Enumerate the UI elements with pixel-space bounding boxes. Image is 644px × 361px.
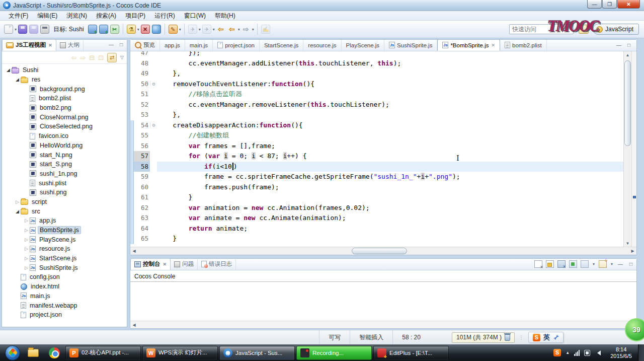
code-text[interactable]: removeTouchEventListener:function(){ [157,79,623,90]
taskbar-button[interactable]: P02-核心API.ppt -... [65,346,141,360]
debug-button[interactable]: ⚗ [127,25,136,34]
clear-console-icon[interactable] [534,260,542,268]
code-text[interactable]: frame = cc.spriteFrameCache.getSpriteFra… [157,172,623,182]
tree-item[interactable]: sushi.plist [2,178,127,188]
collapsed-arrow-icon[interactable]: ▷ [23,256,30,261]
code-line[interactable]: 48 cc.eventManager.addListener(this.touc… [130,58,623,69]
code-text[interactable]: } [157,234,623,244]
horizontal-scroll-thumb[interactable] [352,248,407,254]
maximize-editor-button[interactable]: □ [625,42,632,48]
scroll-down-icon[interactable]: ▼ [624,240,631,247]
forward-history-button[interactable]: ⇦ [227,25,236,34]
code-line[interactable]: 61 } [130,192,623,203]
close-tab-icon[interactable]: ✕ [163,262,167,267]
menu-item[interactable]: 文件(F) [4,11,33,21]
view-menu-icon[interactable]: ▽ [120,55,124,60]
tree-item[interactable]: ▷app.js [2,216,127,226]
tree-item[interactable]: ▷resource.js [2,244,127,254]
back-nav-icon[interactable]: ⇦ [71,54,76,61]
editor-tab[interactable]: StartScene.js [260,40,303,51]
menu-item[interactable]: 窗口(W) [180,11,210,21]
code-text[interactable]: var animate = new cc.Animate(animation); [157,213,623,224]
code-line[interactable]: 53 }, [130,110,623,120]
open-perspective-button[interactable] [579,25,589,34]
code-text[interactable]: frames.push(frame); [157,182,623,193]
external-tools-button[interactable]: ✕ [141,25,150,34]
code-line[interactable]: 65 } [130,234,623,244]
volume-icon[interactable] [595,350,601,355]
start-button[interactable] [5,345,20,360]
back-history-button[interactable]: ⇦ [216,25,225,34]
editor-tab[interactable]: project.json [213,40,260,51]
language-indicator[interactable]: 英 [543,333,550,342]
code-line[interactable]: 49 }, [130,68,623,79]
maximize-console-button[interactable]: □ [627,261,634,267]
close-button[interactable]: ✕ [617,0,640,9]
taskbar-clock[interactable]: 8:14 2015/6/5 [606,346,636,359]
editor-horizontal-scrollbar[interactable]: ◀ ▶ [130,247,636,255]
tree-item[interactable]: config.json [2,272,127,282]
code-line[interactable]: 54⊖ createDisappearAction:function(){ [130,120,623,131]
debug-simulator-button[interactable] [88,25,97,34]
maximize-view-button[interactable]: □ [118,42,125,47]
stop-button[interactable]: ✂ [110,25,119,34]
editor-tab[interactable]: *BombSprite.js✕ [437,40,500,51]
focus-editor-icon[interactable]: ⊡ [98,54,104,61]
tree-item[interactable]: sushi.png [2,188,127,197]
code-line[interactable]: 60 frames.push(frame); [130,182,623,193]
code-line[interactable]: 58 if(i<10) [130,162,623,172]
title-bar[interactable]: JavaScript - Sushi/src/BombSprite.js - C… [0,0,644,11]
code-text[interactable]: //创建帧数组 [157,130,623,141]
tree-item[interactable]: ▷script [2,197,127,207]
code-text[interactable]: for (var i = 0; i < 87; i++) { [157,151,623,162]
minimize-button[interactable]: — [587,0,602,9]
ime-settings-icon[interactable]: 🔧︎ [552,334,559,340]
fold-minus-icon[interactable]: ⊖ [150,122,157,128]
code-line[interactable]: 51 //移除点击监听器 [130,89,623,100]
console-tab[interactable]: 控制台✕ [130,258,171,270]
annotation-nav2-button[interactable]: ✈ [202,25,211,34]
minimize-view-button[interactable]: — [108,42,115,47]
console-tab[interactable]: 错误日志 [198,258,236,270]
console-scroll-left-icon[interactable]: ◀ [130,321,138,329]
code-text[interactable]: } [157,192,623,203]
tree-item[interactable]: background.png [2,84,127,94]
code-line[interactable]: 47 }); [130,51,623,58]
code-editor[interactable]: 47 });48 cc.eventManager.addListener(thi… [130,51,623,244]
explorer-taskbar-icon[interactable] [23,346,43,360]
pin-console-icon[interactable] [569,260,577,268]
tree-item[interactable]: manifest.webapp [2,301,127,310]
collapsed-arrow-icon[interactable]: ▷ [14,199,21,204]
tree-item[interactable]: sushi_1n.png [2,169,127,179]
code-text[interactable]: cc.eventManager.addListener(this.touchLi… [157,58,623,69]
code-line[interactable]: 63 var animate = new cc.Animate(animatio… [130,213,623,224]
menu-item[interactable]: 帮助(H) [210,11,240,21]
code-line[interactable]: 55 //创建帧数组 [130,130,623,141]
display-console-icon[interactable] [581,260,589,268]
forward-nav-icon[interactable]: ⇨ [80,54,86,61]
link-with-editor-button[interactable]: ⇄ [107,53,117,62]
taskbar-button[interactable]: WWPS演示 幻灯片... [142,346,218,360]
tree-item[interactable]: start_N.png [2,150,127,160]
run-button[interactable]: ✎ [169,25,178,34]
forward-disabled-button[interactable]: ⇨ [242,25,251,34]
console-tab[interactable]: 问题 [171,258,198,270]
code-text[interactable]: return animate; [157,224,623,234]
save-all-button[interactable] [29,25,38,34]
debug-dropdown-icon[interactable]: ▾ [137,27,139,32]
tree-item[interactable]: index.html [2,282,127,292]
collapsed-arrow-icon[interactable]: ▷ [23,218,30,223]
code-line[interactable]: 52 cc.eventManager.removeListener(this.t… [130,100,623,110]
network-icon[interactable] [574,350,580,356]
collapsed-arrow-icon[interactable]: ▷ [23,237,30,242]
code-line[interactable]: 57 for (var i = 0; i < 87; i++) { [130,151,623,162]
tree-item[interactable]: bomb2.plist [2,94,127,103]
code-line[interactable]: 50⊖ removeTouchEventListener:function(){ [130,79,623,90]
tree-item[interactable]: main.js [2,292,127,301]
code-text[interactable]: if(i<10) [157,162,623,172]
tree-item[interactable]: ▷SushiSprite.js [2,263,127,272]
editor-tab[interactable]: app.js [160,40,185,51]
garbage-collect-icon[interactable] [505,334,510,341]
menu-item[interactable]: 项目(P) [121,11,150,21]
scroll-right-icon[interactable]: ▶ [629,247,636,255]
